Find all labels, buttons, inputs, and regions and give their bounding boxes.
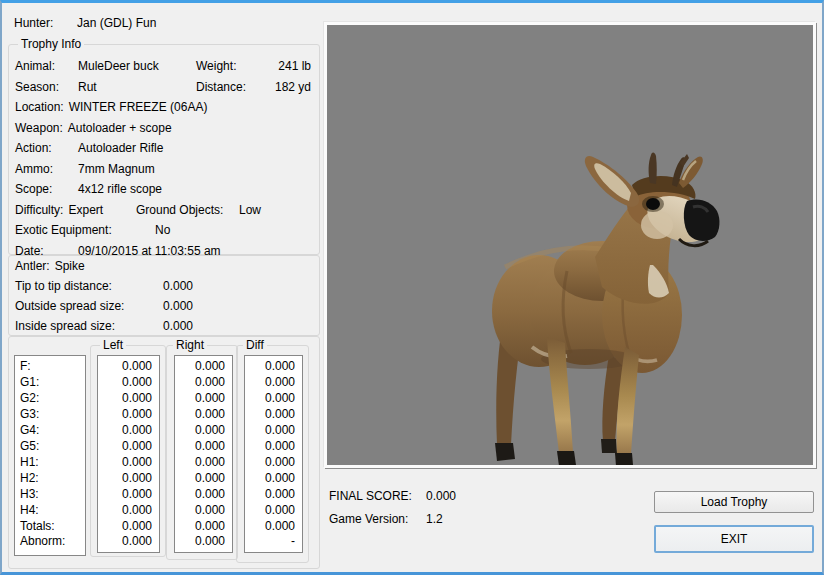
- score-cell: 0.000: [98, 423, 159, 439]
- score-cell: 0.000: [98, 439, 159, 455]
- game-version-label: Game Version:: [329, 512, 426, 527]
- score-row-label: Abnorm:: [15, 534, 85, 550]
- trophy-viewport[interactable]: [324, 22, 816, 468]
- score-cell: 0.000: [98, 519, 159, 535]
- score-row-label: G3:: [15, 407, 85, 423]
- info-row-action: Action:Autoloader Rifle: [9, 138, 319, 159]
- info-row-season: Season:Rut Distance: 182 yd: [9, 77, 319, 98]
- score-row-label: F:: [15, 359, 85, 375]
- score-cell: 0.000: [175, 439, 232, 455]
- inside-spread-row: Inside spread size:0.000: [9, 317, 319, 337]
- score-table-group: F: G1: G2: G3: G4: G5: H1: H2: H3: H4: T…: [8, 336, 320, 569]
- hunter-row: Hunter:Jan (GDL) Fun: [14, 16, 156, 30]
- score-cell: 0.000: [245, 439, 302, 455]
- score-cell: 0.000: [245, 423, 302, 439]
- score-cell: 0.000: [98, 455, 159, 471]
- outside-spread-row: Outside spread size:0.000: [9, 297, 319, 317]
- score-row-label: Totals:: [15, 519, 85, 535]
- score-row-label: G1:: [15, 375, 85, 391]
- score-cell: 0.000: [175, 375, 232, 391]
- diff-values-box: 0.000 0.000 0.000 0.000 0.000 0.000 0.00…: [244, 355, 303, 553]
- score-cell: 0.000: [245, 455, 302, 471]
- diff-column-header: Diff: [243, 338, 267, 352]
- score-row-label: H4:: [15, 503, 85, 519]
- score-cell: 0.000: [245, 359, 302, 375]
- score-cell: 0.000: [175, 423, 232, 439]
- score-row-label: G5:: [15, 439, 85, 455]
- info-row-weapon: Weapon:Autoloader + scope: [9, 118, 319, 139]
- score-cell: 0.000: [98, 487, 159, 503]
- score-cell: 0.000: [98, 375, 159, 391]
- score-cell: 0.000: [175, 519, 232, 535]
- left-column-header: Left: [100, 338, 126, 352]
- score-row-labels-box: F: G1: G2: G3: G4: G5: H1: H2: H3: H4: T…: [14, 355, 86, 556]
- trophy-info-rows: Animal:MuleDeer buck Weight: 241 lb Seas…: [9, 56, 319, 261]
- diff-column-group: Diff 0.000 0.000 0.000 0.000 0.000 0.000…: [236, 345, 309, 563]
- info-row-scope: Scope:4x12 rifle scope: [9, 179, 319, 200]
- trophy-info-title: Trophy Info: [18, 37, 84, 51]
- left-values-box: 0.000 0.000 0.000 0.000 0.000 0.000 0.00…: [97, 355, 160, 553]
- score-cell: 0.000: [175, 471, 232, 487]
- score-cell: 0.000: [245, 487, 302, 503]
- deer-render: [327, 25, 813, 465]
- right-column-header: Right: [173, 338, 207, 352]
- score-cell: 0.000: [98, 359, 159, 375]
- game-version-row: Game Version:1.2: [329, 512, 443, 527]
- score-cell: 0.000: [245, 407, 302, 423]
- score-row-label: H1:: [15, 455, 85, 471]
- score-row-label: H2:: [15, 471, 85, 487]
- score-cell: 0.000: [98, 503, 159, 519]
- score-cell: 0.000: [175, 359, 232, 375]
- info-row-exotic: Exotic Equipment:No: [9, 220, 319, 241]
- score-cell: 0.000: [98, 534, 159, 550]
- score-row-label: G4:: [15, 423, 85, 439]
- score-cell: 0.000: [175, 455, 232, 471]
- info-row-animal: Animal:MuleDeer buck Weight: 241 lb: [9, 56, 319, 77]
- info-row-difficulty: Difficulty:Expert Ground Objects: Low: [9, 200, 319, 221]
- score-cell: 0.000: [98, 391, 159, 407]
- trophy-info-group: Trophy Info Animal:MuleDeer buck Weight:…: [8, 44, 320, 255]
- hunter-value: Jan (GDL) Fun: [77, 16, 156, 30]
- antler-group: Antler:Spike Tip to tip distance:0.000 O…: [8, 255, 320, 336]
- score-cell: 0.000: [245, 375, 302, 391]
- score-cell: 0.000: [175, 534, 232, 550]
- score-row-label: G2:: [15, 391, 85, 407]
- hunter-label: Hunter:: [14, 16, 77, 30]
- info-row-location: Location:WINTER FREEZE (06AA): [9, 97, 319, 118]
- score-cell: 0.000: [175, 487, 232, 503]
- game-version-value: 1.2: [426, 512, 443, 526]
- load-trophy-button[interactable]: Load Trophy: [654, 491, 814, 513]
- final-score-row: FINAL SCORE:0.000: [329, 489, 456, 504]
- final-score-label: FINAL SCORE:: [329, 489, 426, 504]
- right-column-group: Right 0.000 0.000 0.000 0.000 0.000 0.00…: [166, 345, 238, 560]
- exit-button[interactable]: EXIT: [654, 525, 814, 553]
- score-cell: 0.000: [98, 471, 159, 487]
- antler-row: Antler:Spike: [9, 257, 319, 277]
- score-cell: 0.000: [245, 503, 302, 519]
- tip-to-tip-row: Tip to tip distance:0.000: [9, 277, 319, 297]
- score-cell: -: [245, 534, 302, 550]
- score-cell: 0.000: [175, 503, 232, 519]
- right-values-box: 0.000 0.000 0.000 0.000 0.000 0.000 0.00…: [174, 355, 233, 553]
- score-row-label: H3:: [15, 487, 85, 503]
- score-cell: 0.000: [175, 407, 232, 423]
- window: Hunter:Jan (GDL) Fun Trophy Info Animal:…: [0, 0, 824, 575]
- left-column-group: Left 0.000 0.000 0.000 0.000 0.000 0.000…: [90, 345, 166, 557]
- score-cell: 0.000: [98, 407, 159, 423]
- info-row-ammo: Ammo:7mm Magnum: [9, 159, 319, 180]
- score-cell: 0.000: [175, 391, 232, 407]
- final-score-value: 0.000: [426, 489, 456, 503]
- score-cell: 0.000: [245, 519, 302, 535]
- score-cell: 0.000: [245, 471, 302, 487]
- score-cell: 0.000: [245, 391, 302, 407]
- antler-rows: Antler:Spike Tip to tip distance:0.000 O…: [9, 257, 319, 337]
